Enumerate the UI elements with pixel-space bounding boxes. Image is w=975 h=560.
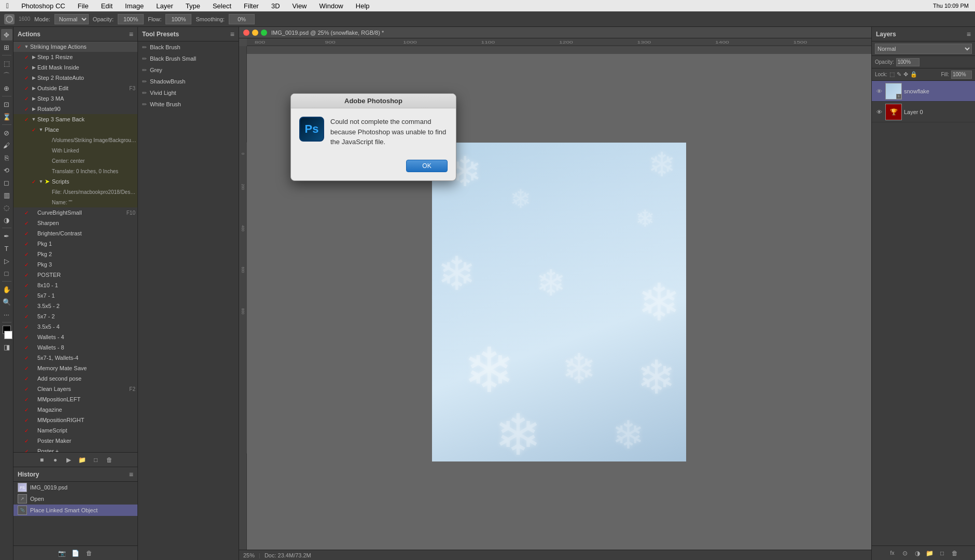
menu-select[interactable]: Select [211, 2, 233, 10]
layer-adj-btn[interactable]: ◑ [913, 549, 922, 558]
action-item[interactable]: ✓ Brighten/Contrast [13, 228, 137, 239]
lock-transparent-btn[interactable]: ⬚ [889, 71, 895, 78]
gradient-tool[interactable]: ▥ [1, 189, 12, 201]
menu-image[interactable]: Image [123, 2, 146, 10]
menu-view[interactable]: View [290, 2, 309, 10]
actions-play-btn[interactable]: ▶ [64, 455, 74, 465]
history-item-1[interactable]: ↗ Open [13, 493, 137, 505]
action-item[interactable]: ✓ Pkg 1 [13, 239, 137, 249]
layers-panel-menu[interactable]: ≡ [967, 30, 971, 38]
action-item[interactable]: ✓ MMpositionLEFT [13, 394, 137, 404]
actions-folder-btn[interactable]: 📁 [78, 455, 87, 465]
lasso-tool[interactable]: ⌒ [1, 70, 12, 81]
brush-tool-icon[interactable] [4, 14, 15, 24]
history-brush-tool[interactable]: ⟲ [1, 164, 12, 176]
smoothing-input[interactable] [229, 14, 255, 24]
action-item[interactable]: Center: center [13, 156, 137, 166]
dialog-ok-button[interactable]: OK [406, 160, 448, 172]
extra-tools[interactable]: ··· [1, 309, 12, 320]
layer-fx-btn[interactable]: fx [888, 549, 897, 558]
action-item[interactable]: ✓ CurveBrightSmall F10 [13, 207, 137, 218]
window-minimize-btn[interactable] [252, 30, 258, 36]
layer-mode-select[interactable]: Normal [875, 44, 972, 54]
preset-item[interactable]: ✏ ShadowBrush [138, 76, 239, 87]
healing-brush-tool[interactable]: ⊘ [1, 127, 12, 138]
action-item[interactable]: With Linked [13, 145, 137, 156]
layers-fill-input[interactable] [951, 71, 972, 79]
shape-tool[interactable]: □ [1, 268, 12, 279]
action-item[interactable]: ✓ Poster Maker [13, 436, 137, 446]
menu-edit[interactable]: Edit [99, 2, 115, 10]
canvas-image[interactable]: ❄ ❄ ❄ ❄ ❄ ❄ ❄ ❄ ❄ ❄ ❄ ❄ [432, 143, 686, 461]
actions-record-btn[interactable]: ● [51, 455, 60, 465]
apple-menu[interactable]:  [4, 2, 11, 10]
blur-tool[interactable]: ◌ [1, 202, 12, 213]
action-item[interactable]: ✓ Pkg 2 [13, 249, 137, 259]
lock-image-btn[interactable]: ✎ [897, 71, 901, 78]
action-item[interactable]: ✓ 3.5x5 - 2 [13, 301, 137, 311]
eraser-tool[interactable]: ◻ [1, 177, 12, 188]
path-select-tool[interactable]: ▷ [1, 255, 12, 267]
action-item[interactable]: ✓ Poster + [13, 446, 137, 452]
artboard-tool[interactable]: ⊞ [1, 41, 12, 53]
background-color[interactable] [4, 331, 12, 339]
marquee-tool[interactable]: ⬚ [1, 58, 12, 69]
action-item[interactable]: ✓ ▼ Step 3 Same Back [13, 114, 137, 124]
flow-input[interactable] [165, 14, 191, 24]
layer-delete-btn[interactable]: 🗑 [950, 549, 959, 558]
action-item[interactable]: ✓ NameScript [13, 425, 137, 436]
action-item[interactable]: ✓ Pkg 3 [13, 259, 137, 270]
window-close-btn[interactable] [243, 30, 249, 36]
clone-stamp-tool[interactable]: ⎘ [1, 152, 12, 163]
action-item[interactable]: File: /Users/macbookpro2018/Desktop/Stri… [13, 187, 137, 197]
action-item[interactable]: Name: "" [13, 197, 137, 207]
action-item[interactable]: ✓ Clean Layers F2 [13, 384, 137, 394]
action-item[interactable]: ✓ ▶ Outside Edit F3 [13, 83, 137, 93]
layer-mask-btn[interactable]: ⊙ [900, 549, 910, 558]
action-item[interactable]: ✓ ▼ Place [13, 124, 137, 135]
menu-filter[interactable]: Filter [242, 2, 261, 10]
action-item[interactable]: ✓ 3.5x5 - 4 [13, 321, 137, 332]
action-item[interactable]: ✓ Add second pose [13, 373, 137, 384]
brush-tool[interactable]: 🖌 [1, 139, 12, 151]
layer-new-btn[interactable]: □ [938, 549, 947, 558]
actions-panel-menu[interactable]: ≡ [129, 30, 133, 38]
pen-tool[interactable]: ✒ [1, 230, 12, 242]
action-item[interactable]: ✓ ▶ Edit Mask Inside [13, 62, 137, 73]
preset-item[interactable]: ✏ White Brush [138, 99, 239, 110]
action-item[interactable]: /Volumes/Striking Image/Backgrounds/snow… [13, 135, 137, 145]
action-item[interactable]: ✓ ▶ Rotate90 [13, 104, 137, 114]
menu-help[interactable]: Help [354, 2, 372, 10]
layer-row-0[interactable]: 👁 🏆 Layer 0 [872, 102, 975, 122]
layers-opacity-input[interactable] [896, 58, 920, 66]
menu-window[interactable]: Window [317, 2, 345, 10]
adobe-photoshop-dialog[interactable]: Adobe Photoshop Ps Could not complete th… [290, 93, 456, 181]
lock-position-btn[interactable]: ✥ [903, 71, 908, 78]
action-item[interactable]: ✓ Wallets - 8 [13, 342, 137, 353]
action-item[interactable]: ✓ 8x10 - 1 [13, 280, 137, 290]
preset-item[interactable]: ✏ Black Brush [138, 41, 239, 53]
zoom-tool[interactable]: 🔍 [1, 296, 12, 307]
history-snapshot-btn[interactable]: 📷 [58, 549, 67, 558]
history-panel-menu[interactable]: ≡ [129, 470, 133, 479]
history-item-0[interactable]: PS IMG_0019.psd [13, 482, 137, 493]
layer-row-snowflake[interactable]: 👁 ⎘ snowflake [872, 81, 975, 102]
crop-tool[interactable]: ⊡ [1, 99, 12, 110]
menu-3d[interactable]: 3D [269, 2, 282, 10]
action-item[interactable]: ✓ ▶ Step 2 RotateAuto [13, 73, 137, 83]
preset-item[interactable]: ✏ Grey [138, 64, 239, 76]
action-item[interactable]: ✓ POSTER [13, 270, 137, 280]
action-item[interactable]: ✓ 5x7 - 2 [13, 311, 137, 321]
action-item[interactable]: ✓ 5x7 - 1 [13, 290, 137, 301]
window-maximize-btn[interactable] [261, 30, 267, 36]
quick-select-tool[interactable]: ⊕ [1, 82, 12, 94]
action-item[interactable]: ✓ ▶ Step 1 Resize [13, 52, 137, 62]
opacity-input[interactable] [118, 14, 144, 24]
menu-file[interactable]: File [76, 2, 91, 10]
history-item-2[interactable]: 📎 Place Linked Smart Object [13, 505, 137, 516]
layer-group-btn[interactable]: 📁 [925, 549, 935, 558]
actions-new-btn[interactable]: □ [91, 455, 101, 465]
tool-presets-menu[interactable]: ≡ [230, 30, 234, 38]
action-item[interactable]: ✓ 5x7-1, Wallets-4 [13, 353, 137, 363]
quick-mask-toggle[interactable]: ◨ [1, 341, 12, 353]
